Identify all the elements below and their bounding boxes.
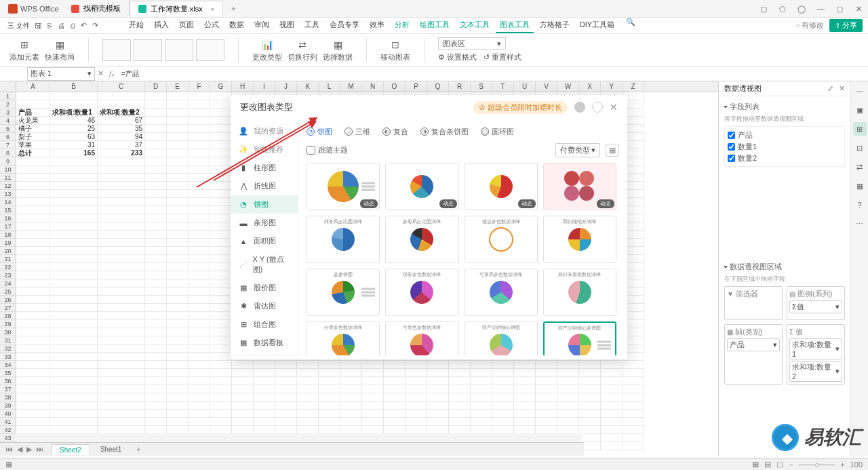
workbook-tab[interactable]: 工作簿数量.xlsx● — [130, 1, 223, 16]
tab-tool[interactable]: 工具 — [300, 18, 323, 33]
tab-data[interactable]: 数据 — [225, 18, 248, 33]
tab-view[interactable]: 视图 — [275, 18, 298, 33]
quick-layout-button[interactable]: ▦快速布局 — [45, 38, 75, 62]
view-grid-icon[interactable]: ▤ — [764, 460, 771, 469]
side-tool-help[interactable]: ? — [853, 198, 867, 212]
avatar-icon[interactable] — [574, 102, 585, 113]
print-icon[interactable]: 🖨 — [58, 22, 65, 30]
search-icon[interactable]: 🔍 — [626, 18, 635, 33]
switch-rc-button[interactable]: ⇄切换行列 — [288, 38, 317, 62]
file-menu[interactable]: 三 文件 — [5, 21, 32, 31]
sb-stock[interactable]: ▦股价图 — [231, 279, 298, 297]
zoom-out[interactable]: − — [789, 461, 793, 469]
subtab-3d[interactable]: △三维 — [344, 127, 370, 137]
cancel-formula-icon[interactable]: ✕ — [98, 69, 104, 78]
reset-style-button[interactable]: ↺ 重置样式 — [484, 52, 521, 62]
chart-option-8[interactable]: 我们能绝分演绎 — [543, 216, 616, 263]
sb-line[interactable]: ⋀折线图 — [231, 177, 298, 195]
save-icon[interactable]: 🖫 — [35, 22, 42, 30]
move-chart-button[interactable]: ⊡移动图表 — [380, 38, 410, 62]
tab-efficiency[interactable]: 效率 — [366, 18, 389, 33]
field-item[interactable]: 数量1 — [728, 141, 842, 153]
sb-barh[interactable]: ▬条形图 — [231, 214, 298, 232]
chart-area-select[interactable]: 图表区▾ — [438, 37, 506, 50]
paid-filter[interactable]: 付费类型▾ — [555, 143, 600, 157]
add-sheet-button[interactable]: ＋ — [130, 444, 148, 454]
sb-pie[interactable]: ◔饼图 — [231, 195, 298, 214]
sb-combo[interactable]: ⊞组合图 — [231, 315, 298, 334]
undo-icon[interactable]: ↶ — [81, 21, 87, 30]
subtab-pie[interactable]: ◔饼图 — [307, 127, 332, 137]
side-tool-4[interactable]: ⊡ — [853, 141, 867, 155]
set-format-button[interactable]: ⚙ 设置格式 — [438, 52, 477, 62]
add-tab[interactable]: ＋ — [223, 3, 244, 14]
chart-option-3[interactable]: 动态 — [465, 163, 538, 210]
preview-icon[interactable]: ⎙ — [71, 22, 75, 30]
theme-icon[interactable] — [592, 102, 603, 113]
follow-theme-checkbox[interactable]: 跟随主题 — [307, 145, 348, 155]
box-icon[interactable]: ▢ — [754, 0, 773, 18]
legend-area[interactable]: ▤ 图例(系列)Σ值▾ — [787, 286, 845, 320]
chart-option-12[interactable]: 其钉安量老数据演绎 — [543, 269, 616, 316]
sheet-next-icon[interactable]: ▶ — [26, 445, 32, 454]
chart-option-7[interactable]: 信息多色数据演绎 — [465, 216, 538, 263]
cube-icon[interactable]: ⬠ — [773, 0, 792, 18]
chart-option-1[interactable]: 动态 — [307, 163, 380, 210]
axis-area[interactable]: ▦ 轴(类别)产品▾ — [724, 324, 783, 385]
tab-text[interactable]: 文本工具 — [456, 18, 494, 33]
sb-dashboard[interactable]: ▦数据看板 — [231, 334, 298, 352]
chart-option-14[interactable]: 可量色多数据演绎 — [385, 321, 458, 355]
export-icon[interactable]: ⎘ — [47, 22, 52, 30]
side-tool-select[interactable]: ▣ — [853, 103, 867, 117]
chart-option-6[interactable]: 多彩风占比图演绎 — [385, 216, 458, 263]
sb-xy[interactable]: ⋰X Y (散点图) — [231, 250, 298, 279]
chart-option-11[interactable]: 可量风多色数据演绎 — [465, 269, 538, 316]
subtab-donut[interactable]: ◯圆环图 — [481, 127, 514, 137]
share-button[interactable]: ⇪ 分享 — [829, 19, 863, 32]
dialog-close-button[interactable]: ✕ — [610, 102, 618, 113]
chart-option-16-selected[interactable]: 商产品钟细心多饼图 — [543, 321, 616, 355]
maximize-button[interactable]: ▢ — [830, 0, 849, 18]
filter-area[interactable]: ▼ 筛选器 — [724, 286, 783, 320]
side-tool-more[interactable]: ⋯ — [853, 217, 867, 231]
sb-bar[interactable]: ▮柱形图 — [231, 159, 298, 177]
template-tab[interactable]: 找稻壳模板 — [63, 1, 130, 16]
close-button[interactable]: ✕ — [849, 0, 868, 18]
zoom-in[interactable]: + — [840, 461, 844, 469]
avatar-icon[interactable]: ◯ — [792, 0, 811, 18]
horizontal-scrollbar[interactable] — [15, 433, 583, 442]
expand-icon[interactable]: ⤢ — [827, 84, 833, 93]
app-logo[interactable]: WPS Office — [4, 1, 63, 16]
subtab-comppie[interactable]: ◑复合条饼图 — [420, 127, 469, 137]
side-tool-pivot[interactable]: ⊞ — [853, 122, 867, 136]
chart-option-9[interactable]: 蓝参饼图 — [307, 269, 380, 316]
vip-badge[interactable]: ♔超级会员限时加赠时长 — [473, 101, 568, 114]
tab-draw[interactable]: 绘图工具 — [416, 18, 454, 33]
chart-option-4[interactable]: 动态 — [543, 163, 616, 210]
redo-icon[interactable]: ↷ — [92, 21, 98, 30]
sb-smart[interactable]: ✨智能推荐 — [231, 140, 298, 159]
tab-chart[interactable]: 图表工具 — [496, 18, 534, 33]
tab-analyze[interactable]: 分析 — [391, 18, 414, 33]
sheet-first-icon[interactable]: ⏮ — [5, 445, 13, 454]
chart-option-5[interactable]: 商务风占比图演绎 — [307, 216, 380, 263]
sb-rose[interactable]: ❀玫瑰图 — [231, 358, 298, 359]
sheet-tab-1[interactable]: Sheet1 — [92, 444, 130, 454]
view-normal-icon[interactable]: ▦ — [752, 460, 759, 469]
sheet-prev-icon[interactable]: ◀ — [17, 445, 22, 454]
chart-style-gallery[interactable] — [102, 39, 224, 61]
tab-member[interactable]: 会员专享 — [326, 18, 363, 33]
side-tool-1[interactable]: — — [853, 84, 867, 98]
tab-insert[interactable]: 插入 — [150, 18, 173, 33]
tab-diy[interactable]: DIY工具箱 — [576, 18, 618, 33]
grid-view-icon[interactable]: ▦ — [606, 144, 619, 157]
sheet-last-icon[interactable]: ⏭ — [36, 445, 43, 454]
name-box[interactable]: 图表 1▾ — [27, 67, 95, 81]
chart-option-15[interactable]: 商产品钟细心饼图 — [465, 321, 538, 355]
side-tool-5[interactable]: ⇄ — [853, 160, 867, 174]
tab-page[interactable]: 页面 — [175, 18, 198, 33]
tab-formula[interactable]: 公式 — [200, 18, 223, 33]
sb-radar[interactable]: ✱雷达图 — [231, 297, 298, 315]
change-type-button[interactable]: 📊更改类型 — [252, 38, 282, 62]
sheet-tab-2[interactable]: Sheet2 — [51, 444, 90, 455]
